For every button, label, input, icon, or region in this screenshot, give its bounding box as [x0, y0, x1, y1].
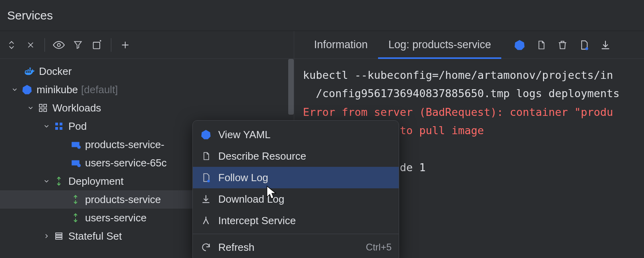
chevron-right-icon[interactable] [42, 232, 51, 240]
svg-rect-4 [44, 104, 47, 107]
eye-icon[interactable] [50, 36, 68, 54]
kubernetes-icon [200, 129, 212, 141]
menu-label: Download Log [218, 193, 284, 205]
menu-view-yaml[interactable]: View YAML [193, 124, 399, 145]
kubernetes-icon [21, 84, 33, 95]
chevron-down-icon[interactable] [10, 85, 19, 94]
pod-icon [53, 121, 64, 132]
menu-refresh[interactable]: Refresh Ctrl+5 [193, 236, 399, 258]
menu-follow-log[interactable]: Follow Log [193, 167, 399, 188]
statefulset-icon [53, 231, 64, 242]
svg-point-14 [77, 164, 81, 167]
deployment-icon [70, 212, 81, 223]
menu-download-log[interactable]: Download Log [193, 188, 399, 210]
svg-rect-7 [55, 123, 58, 125]
tree-label: Pod [68, 120, 87, 133]
tree-label: Workloads [52, 102, 101, 114]
menu-label: Intercept Service [218, 215, 296, 227]
tab-label: Log: products-service [388, 39, 491, 51]
tree-suffix: [default] [81, 84, 118, 96]
tree-label: minikube [37, 84, 78, 96]
new-window-icon[interactable] [88, 36, 106, 54]
intercept-icon [200, 215, 212, 227]
menu-label: Follow Log [218, 172, 268, 184]
svg-marker-20 [201, 130, 210, 139]
tree-label: Deployment [68, 175, 124, 188]
chevron-down-icon[interactable] [42, 177, 51, 186]
log-line: kubectl --kubeconfig=/home/artamonov/pro… [303, 69, 613, 81]
download-icon [200, 193, 212, 205]
deployment-icon [70, 194, 81, 205]
svg-point-19 [586, 47, 588, 50]
expand-collapse-icon[interactable] [2, 36, 21, 54]
svg-rect-8 [60, 123, 62, 125]
add-icon[interactable] [116, 36, 134, 54]
grid-icon [37, 102, 48, 113]
follow-log-icon[interactable] [577, 38, 591, 52]
detail-tabs: Information Log: products-service [294, 31, 644, 59]
follow-log-icon [200, 172, 212, 184]
close-icon[interactable] [21, 36, 40, 54]
menu-describe-resource[interactable]: Describe Resource [193, 145, 399, 167]
document-icon [200, 150, 212, 162]
toolbar-separator [111, 38, 111, 52]
log-line: /config9561736940837885650.tmp logs depl… [303, 87, 620, 100]
deployment-icon [53, 176, 64, 187]
tree-label: Docker [39, 65, 72, 78]
svg-point-21 [207, 180, 210, 182]
menu-label: Refresh [218, 241, 254, 254]
container-icon [70, 157, 81, 168]
menu-separator [193, 234, 399, 234]
tree-label: users-service [85, 212, 147, 224]
svg-marker-2 [22, 85, 31, 94]
tab-label: Information [314, 39, 368, 51]
docker-icon [24, 66, 35, 77]
download-icon[interactable] [598, 38, 613, 52]
title-bar: Services [0, 0, 644, 31]
context-menu: View YAML Describe Resource Follow Log D… [192, 120, 399, 258]
trash-icon[interactable] [555, 38, 570, 52]
panel-title: Services [7, 9, 53, 22]
svg-point-0 [57, 43, 60, 47]
tab-information[interactable]: Information [304, 31, 378, 59]
svg-rect-6 [44, 109, 47, 111]
menu-label: Describe Resource [218, 150, 306, 162]
chevron-down-icon[interactable] [42, 122, 51, 131]
tree-label: Stateful Set [68, 230, 122, 242]
tree-label: products-service [85, 194, 161, 206]
tree-toolbar [0, 31, 294, 59]
container-icon [70, 139, 81, 150]
svg-rect-10 [60, 127, 62, 130]
svg-point-12 [77, 145, 81, 149]
toolbar-separator [45, 38, 45, 52]
tree-node-docker[interactable]: Docker [0, 62, 294, 80]
svg-rect-15 [56, 233, 62, 235]
tree-label: products-service- [85, 139, 164, 151]
svg-rect-17 [56, 238, 62, 239]
menu-intercept-service[interactable]: Intercept Service [193, 210, 399, 231]
svg-rect-5 [39, 109, 42, 111]
kubernetes-settings-icon[interactable] [512, 38, 527, 52]
menu-label: View YAML [218, 129, 271, 141]
chevron-down-icon[interactable] [26, 104, 35, 112]
document-icon[interactable] [534, 38, 548, 52]
tree-label: users-service-65c [85, 157, 167, 169]
tab-actions [512, 38, 613, 52]
menu-shortcut: Ctrl+5 [366, 242, 392, 253]
tree-node-workloads[interactable]: Workloads [0, 99, 294, 117]
svg-rect-3 [39, 104, 42, 107]
svg-rect-16 [56, 235, 62, 237]
svg-rect-9 [55, 127, 58, 130]
scrollbar-thumb[interactable] [288, 59, 294, 115]
refresh-icon [200, 241, 212, 253]
log-line-error: Error from server (BadRequest): containe… [303, 106, 613, 118]
svg-marker-18 [515, 40, 525, 50]
svg-rect-1 [93, 42, 100, 49]
tree-node-minikube[interactable]: minikube [default] [0, 80, 294, 99]
tab-log[interactable]: Log: products-service [378, 31, 501, 59]
filter-icon[interactable] [69, 36, 87, 54]
